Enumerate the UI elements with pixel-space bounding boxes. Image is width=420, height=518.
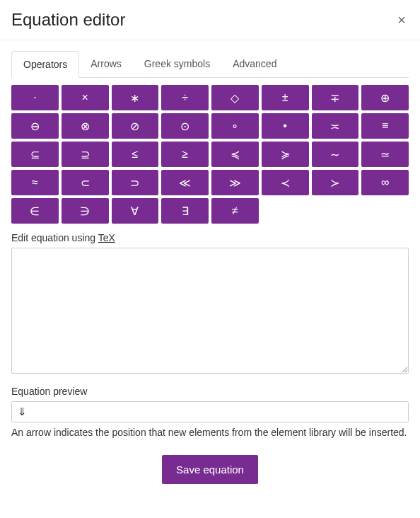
dialog-header: Equation editor × [0, 0, 420, 40]
symbol-button[interactable]: ≥ [161, 142, 209, 167]
symbol-button[interactable]: ≃ [361, 142, 409, 167]
insertion-arrow-icon: ⇓ [18, 405, 27, 418]
symbol-button[interactable]: ∃ [161, 198, 209, 224]
symbol-button[interactable]: • [262, 113, 309, 139]
symbol-button[interactable]: ⊂ [62, 170, 109, 195]
symbol-button[interactable]: ± [262, 85, 309, 110]
symbol-button[interactable]: ≍ [312, 113, 359, 139]
tab-arrows[interactable]: Arrows [79, 51, 133, 78]
symbol-button[interactable]: ∋ [62, 198, 109, 224]
symbol-button[interactable]: ≼ [211, 142, 259, 167]
symbol-button[interactable]: ∈ [11, 198, 59, 224]
equation-input[interactable] [11, 248, 409, 374]
symbol-button[interactable]: ∘ [211, 113, 259, 139]
tab-operators[interactable]: Operators [11, 51, 79, 78]
symbol-button[interactable]: ≫ [211, 170, 259, 195]
symbol-button[interactable]: ⊆ [11, 142, 59, 167]
preview-hint: An arrow indicates the position that new… [11, 425, 409, 439]
symbol-button[interactable]: ∞ [361, 170, 409, 195]
symbol-button[interactable]: ⊇ [62, 142, 109, 167]
symbol-button[interactable]: ⊘ [112, 113, 159, 139]
dialog-content: Operators Arrows Greek symbols Advanced … [0, 40, 420, 498]
symbol-button[interactable]: ≤ [112, 142, 159, 167]
symbol-button[interactable]: ∗ [112, 85, 159, 110]
equation-preview: ⇓ [11, 401, 409, 422]
dialog-title: Equation editor [11, 10, 125, 30]
symbol-button[interactable]: ∼ [312, 142, 359, 167]
symbol-button[interactable]: ≠ [211, 198, 259, 224]
tab-bar: Operators Arrows Greek symbols Advanced [11, 50, 409, 78]
symbol-button[interactable]: × [62, 85, 109, 110]
symbol-button[interactable]: ⊕ [361, 85, 409, 110]
symbol-button[interactable]: ≈ [11, 170, 59, 195]
symbol-button[interactable]: ∓ [312, 85, 359, 110]
tex-link[interactable]: TeX [98, 232, 115, 243]
symbol-button[interactable]: ≡ [361, 113, 409, 139]
edit-equation-label: Edit equation using TeX [11, 232, 409, 243]
symbol-button[interactable]: ⊙ [161, 113, 209, 139]
save-equation-button[interactable]: Save equation [162, 455, 258, 484]
dialog-actions: Save equation [11, 455, 409, 484]
symbol-button[interactable]: ≺ [262, 170, 309, 195]
preview-label: Equation preview [11, 386, 409, 397]
tab-greek-symbols[interactable]: Greek symbols [133, 51, 221, 78]
symbol-button[interactable]: ⊃ [112, 170, 159, 195]
symbol-button[interactable]: ≻ [312, 170, 359, 195]
equation-editor-dialog: Equation editor × Operators Arrows Greek… [0, 0, 420, 498]
symbol-button[interactable]: ÷ [161, 85, 209, 110]
symbol-button[interactable]: ≽ [262, 142, 309, 167]
symbol-button[interactable]: · [11, 85, 59, 110]
symbol-grid: · × ∗ ÷ ◇ ± ∓ ⊕ ⊖ ⊗ ⊘ ⊙ ∘ • ≍ ≡ ⊆ ⊇ ≤ ≥ … [11, 85, 409, 224]
symbol-button[interactable]: ∀ [112, 198, 159, 224]
tab-advanced[interactable]: Advanced [221, 51, 288, 78]
symbol-button[interactable]: ⊗ [62, 113, 109, 139]
symbol-button[interactable]: ◇ [211, 85, 259, 110]
symbol-button[interactable]: ≪ [161, 170, 209, 195]
symbol-button[interactable]: ⊖ [11, 113, 59, 139]
edit-equation-label-text: Edit equation using [11, 232, 98, 243]
close-icon[interactable]: × [395, 10, 409, 30]
